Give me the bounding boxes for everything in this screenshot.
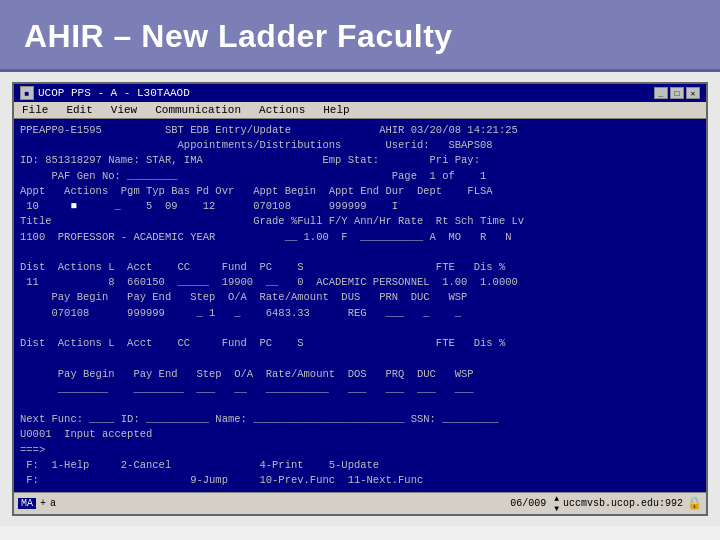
term-line-13: 070108 999999 _ 1 _ 6483.33 REG ___ _ _: [20, 306, 700, 321]
term-line-23: F: 1-Help 2-Cancel 4-Print 5-Update: [20, 458, 700, 473]
term-line-7: Title Grade %Full F/Y Ann/Hr Rate Rt Sch…: [20, 214, 700, 229]
term-line-14: [20, 321, 700, 336]
term-line-8: 1100 PROFESSOR - ACADEMIC YEAR __ 1.00 F…: [20, 230, 700, 245]
term-line-22: ===>: [20, 443, 700, 458]
menu-view[interactable]: View: [107, 103, 141, 117]
term-line-11: 11 8 660150 _____ 19900 __ 0 ACADEMIC PE…: [20, 275, 700, 290]
status-right: 06/009 ▲ ▼ uccmvsb.ucop.edu:992 🔒: [510, 494, 702, 513]
security-icon: 🔒: [687, 496, 702, 511]
term-line-2: Appointments/Distributions Userid: SBAPS…: [20, 138, 700, 153]
menu-actions[interactable]: Actions: [255, 103, 309, 117]
term-line-12: Pay Begin Pay End Step O/A Rate/Amount D…: [20, 290, 700, 305]
maximize-button[interactable]: □: [670, 87, 684, 99]
main-content: ■ UCOP PPS - A - L30TAAOD _ □ ✕ File Edi…: [0, 72, 720, 526]
page-title: AHIR – New Ladder Faculty: [24, 18, 696, 55]
term-line-3: ID: 851318297 Name: STAR, IMA Emp Stat: …: [20, 153, 700, 168]
minimize-button[interactable]: _: [654, 87, 668, 99]
status-left: MA + a: [18, 498, 56, 509]
term-line-9: [20, 245, 700, 260]
ma-badge: MA: [18, 498, 36, 509]
term-line-21: U0001 Input accepted: [20, 427, 700, 442]
close-button[interactable]: ✕: [686, 87, 700, 99]
page-position: 06/009: [510, 498, 546, 509]
term-line-4: PAF Gen No: ________ Page 1 of 1: [20, 169, 700, 184]
scroll-up-arrow[interactable]: ▲: [554, 494, 559, 503]
page-header: AHIR – New Ladder Faculty: [0, 0, 720, 72]
title-bar-label: UCOP PPS - A - L30TAAOD: [38, 87, 190, 99]
title-bar-left: ■ UCOP PPS - A - L30TAAOD: [20, 86, 190, 100]
term-line-20: Next Func: ____ ID: __________ Name: ___…: [20, 412, 700, 427]
term-line-1: PPEAPP0-E1595 SBT EDB Entry/Update AHIR …: [20, 123, 700, 138]
menu-communication[interactable]: Communication: [151, 103, 245, 117]
title-bar: ■ UCOP PPS - A - L30TAAOD _ □ ✕: [14, 84, 706, 102]
term-line-17: Pay Begin Pay End Step O/A Rate/Amount D…: [20, 367, 700, 382]
menu-bar: File Edit View Communication Actions Hel…: [14, 102, 706, 119]
term-line-18: ________ ________ ___ __ __________ ___ …: [20, 382, 700, 397]
app-icon: ■: [20, 86, 34, 100]
cursor-indicator: +: [40, 498, 46, 509]
menu-file[interactable]: File: [18, 103, 52, 117]
term-line-19: [20, 397, 700, 412]
term-line-10: Dist Actions L Acct CC Fund PC S FTE Dis…: [20, 260, 700, 275]
title-bar-controls: _ □ ✕: [654, 87, 700, 99]
server-info: uccmvsb.ucop.edu:992: [563, 498, 683, 509]
scroll-down-arrow[interactable]: ▼: [554, 504, 559, 513]
menu-help[interactable]: Help: [319, 103, 353, 117]
term-line-5: Appt Actions Pgm Typ Bas Pd Ovr Appt Beg…: [20, 184, 700, 199]
term-line-15: Dist Actions L Acct CC Fund PC S FTE Dis…: [20, 336, 700, 351]
menu-edit[interactable]: Edit: [62, 103, 96, 117]
term-line-16: [20, 351, 700, 366]
term-line-6: 10 ■ _ 5 09 12 070108 999999 I: [20, 199, 700, 214]
term-line-24: F: 9-Jump 10-Prev.Func 11-Next.Func: [20, 473, 700, 488]
terminal-window: ■ UCOP PPS - A - L30TAAOD _ □ ✕ File Edi…: [12, 82, 708, 516]
status-input-value[interactable]: a: [50, 498, 56, 509]
terminal-content: PPEAPP0-E1595 SBT EDB Entry/Update AHIR …: [14, 119, 706, 492]
status-bar: MA + a 06/009 ▲ ▼ uccmvsb.ucop.edu:992 🔒: [14, 492, 706, 514]
